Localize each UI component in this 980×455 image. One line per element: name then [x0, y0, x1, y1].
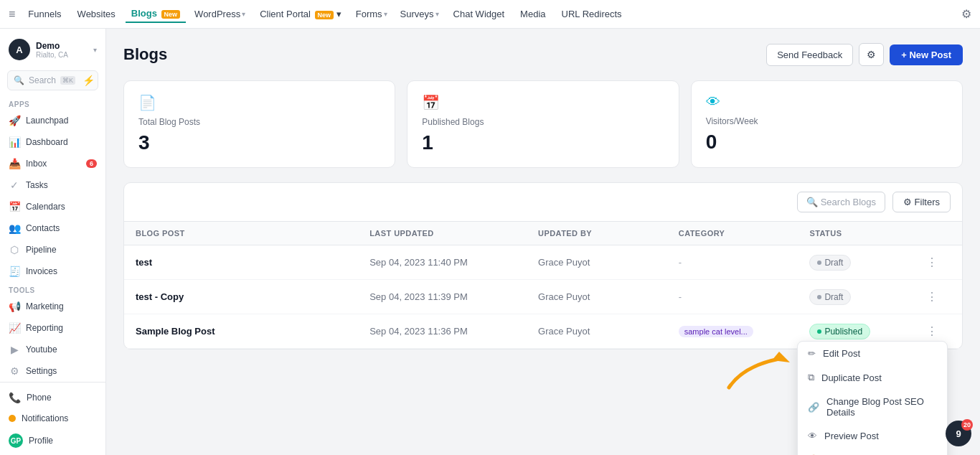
inbox-icon: 📥 [9, 158, 20, 169]
stat-value-published: 1 [422, 131, 664, 154]
settings-icon: ⚙ [9, 365, 20, 377]
sidebar-item-pipeline[interactable]: ⬡ Pipeline [0, 239, 105, 261]
profile-avatar: GP [9, 433, 23, 448]
search-blogs-input[interactable]: 🔍 Search Blogs [797, 192, 885, 212]
row3-category: sample cat level... [679, 326, 810, 337]
hamburger-icon[interactable]: ≡ [9, 8, 15, 21]
dashboard-icon: 📊 [9, 136, 20, 148]
new-post-button[interactable]: + New Post [890, 44, 963, 65]
row3-date: Sep 04, 2023 11:36 PM [369, 326, 538, 337]
calendar-icon: 📅 [422, 94, 664, 111]
table-header: Blog Post Last Updated Updated By Catego… [124, 222, 962, 245]
sidebar-item-contacts[interactable]: 👥 Contacts [0, 217, 105, 239]
sidebar-item-phone[interactable]: 📞 Phone [0, 387, 105, 408]
sidebar-item-profile[interactable]: GP Profile [0, 428, 105, 453]
status-dot [817, 329, 821, 334]
settings-gear-button[interactable]: ⚙ [859, 43, 884, 66]
sidebar-item-marketing[interactable]: 📢 Marketing [0, 296, 105, 317]
row1-date: Sep 04, 2023 11:40 PM [369, 257, 538, 268]
corner-notification-badge: 20 [961, 419, 973, 431]
sidebar-item-reporting[interactable]: 📈 Reporting [0, 317, 105, 339]
page-title: Blogs [123, 45, 167, 64]
filters-button[interactable]: ⚙ Filters [892, 192, 951, 212]
col-actions [922, 229, 951, 238]
col-blog-post: Blog Post [136, 229, 369, 238]
sidebar-item-calendars[interactable]: 📅 Calendars [0, 196, 105, 217]
context-preview-post[interactable]: 👁 Preview Post [798, 424, 947, 448]
sidebar: A Demo Rialto, CA ▾ 🔍 Search ⌘K ⚡ Apps 🚀… [0, 29, 106, 455]
seo-icon: 🔗 [808, 402, 819, 413]
notifications-label: Notifications [22, 413, 68, 423]
chevron-down-icon: ▾ [93, 46, 97, 54]
row-actions-button[interactable]: ⋮ [922, 323, 942, 339]
nav-surveys[interactable]: Surveys ▾ [396, 6, 443, 22]
sidebar-item-invoices[interactable]: 🧾 Invoices [0, 261, 105, 282]
svg-marker-0 [772, 352, 790, 362]
row-actions-button[interactable]: ⋮ [922, 254, 942, 271]
corner-badge[interactable]: 9 20 [946, 421, 971, 446]
notification-dot [9, 415, 16, 422]
status-badge-published: Published [809, 324, 870, 339]
pipeline-icon: ⬡ [9, 244, 20, 255]
status-badge-draft: Draft [809, 255, 851, 271]
sidebar-item-dashboard[interactable]: 📊 Dashboard [0, 131, 105, 153]
row1-category: - [679, 257, 810, 268]
row3-title: Sample Blog Post [136, 326, 369, 337]
nav-url-redirects[interactable]: URL Redirects [556, 6, 628, 22]
table-row: test Sep 04, 2023 11:40 PM Grace Puyot -… [124, 245, 962, 280]
top-navigation: ≡ Funnels Websites Blogs New WordPress ▾… [0, 0, 980, 29]
row2-date: Sep 04, 2023 11:39 PM [369, 291, 538, 302]
sidebar-item-settings[interactable]: ⚙ Settings [0, 360, 105, 382]
tools-section-label: Tools [0, 282, 105, 296]
nav-wordpress[interactable]: WordPress ▾ [190, 6, 250, 22]
row3-status: Published [809, 324, 922, 339]
youtube-icon: ▶ [9, 344, 20, 355]
context-duplicate-post[interactable]: ⧉ Duplicate Post [798, 365, 947, 390]
marketing-icon: 📢 [9, 301, 20, 312]
nav-media[interactable]: Media [514, 6, 551, 22]
nav-chat-widget[interactable]: Chat Widget [448, 6, 511, 22]
row1-status: Draft [809, 255, 922, 271]
apps-section-label: Apps [0, 96, 105, 110]
row2-category: - [679, 291, 810, 302]
calendars-icon: 📅 [9, 201, 20, 212]
nav-forms[interactable]: Forms ▾ [352, 6, 392, 22]
tasks-icon: ✓ [9, 179, 20, 191]
nav-funnels[interactable]: Funnels [22, 6, 67, 22]
contacts-icon: 👥 [9, 222, 20, 234]
demo-name: Demo [36, 41, 68, 51]
blog-table-card: 🔍 Search Blogs ⚙ Filters Blog Post Last … [123, 182, 963, 350]
row-actions-button[interactable]: ⋮ [922, 289, 942, 305]
row3-actions[interactable]: ⋮ [922, 323, 951, 339]
sidebar-item-tasks[interactable]: ✓ Tasks [0, 174, 105, 196]
nav-websites[interactable]: Websites [72, 6, 121, 22]
context-edit-post[interactable]: ✏ Edit Post [798, 342, 947, 365]
sidebar-item-youtube[interactable]: ▶ Youtube [0, 339, 105, 360]
search-input[interactable]: 🔍 Search ⌘K ⚡ [7, 70, 98, 90]
search-placeholder: Search [29, 75, 56, 85]
context-archive-post[interactable]: 📦 Archive Post [798, 448, 947, 455]
send-feedback-button[interactable]: Send Feedback [766, 44, 853, 66]
row2-actions[interactable]: ⋮ [922, 289, 951, 305]
col-status: Status [809, 229, 922, 238]
stat-card-published: 📅 Published Blogs 1 [407, 80, 679, 168]
row2-status: Draft [809, 289, 922, 305]
duplicate-icon: ⧉ [808, 372, 814, 383]
sidebar-item-inbox[interactable]: 📥 Inbox 6 [0, 153, 105, 174]
nav-client-portal[interactable]: Client Portal New ▾ [254, 6, 347, 22]
chevron-down-icon: ▾ [336, 9, 341, 19]
sidebar-item-notifications[interactable]: Notifications [0, 408, 105, 428]
header-actions: Send Feedback ⚙ + New Post [766, 43, 963, 66]
gear-icon[interactable]: ⚙ [961, 7, 971, 21]
edit-icon: ✏ [808, 348, 816, 359]
sidebar-item-launchpad[interactable]: 🚀 Launchpad [0, 110, 105, 131]
context-seo-details[interactable]: 🔗 Change Blog Post SEO Details [798, 390, 947, 424]
nav-blogs[interactable]: Blogs New [126, 5, 186, 23]
document-icon: 📄 [138, 94, 380, 111]
stat-label-visitors: Visitors/Week [706, 116, 948, 126]
category-tag: sample cat level... [679, 326, 753, 337]
row1-actions[interactable]: ⋮ [922, 254, 951, 271]
sidebar-brand[interactable]: A Demo Rialto, CA ▾ [0, 34, 105, 67]
avatar: A [9, 39, 30, 60]
col-last-updated: Last Updated [369, 229, 538, 238]
